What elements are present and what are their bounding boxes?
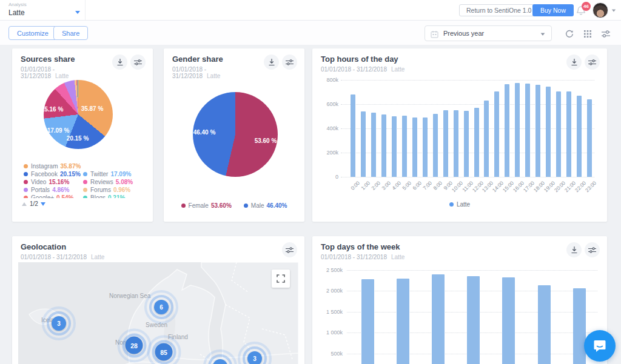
sources-share-card: Sources share 01/01/2018 - 31/12/2018Lat… [12,48,153,222]
calendar-icon [431,30,438,41]
analysis-tag: Latte [91,254,104,260]
legend-dot [244,204,248,208]
bar[interactable] [556,91,561,177]
marker-count: 3 [247,351,262,364]
widget-settings-button[interactable] [282,242,297,257]
buy-now-button[interactable]: Buy Now [532,4,574,16]
bar[interactable] [454,110,458,177]
bar[interactable] [505,84,509,177]
bar[interactable] [546,87,551,177]
chevron-down-icon[interactable] [75,11,80,14]
map-cluster-marker[interactable]: 6 [154,300,169,314]
user-avatar[interactable] [592,2,608,18]
gender-share-card: Gender share 01/01/2018 - 31/12/2018Latt… [164,48,304,222]
share-button[interactable]: Share [53,26,88,40]
legend-item[interactable]: Reviews5.08% [83,179,133,185]
analysis-select[interactable]: Analysis Latte [8,2,76,19]
bar[interactable] [361,111,366,177]
bar[interactable] [515,83,520,177]
legend-item[interactable]: Portals4.86% [24,187,75,193]
bar[interactable] [502,277,515,364]
legend-item[interactable]: Facebook20.15% [24,171,75,177]
bar[interactable] [573,288,586,364]
legend-item[interactable]: Blogs0.21% [83,194,125,198]
header-divider [85,0,86,20]
bar[interactable] [397,279,409,364]
download-button[interactable] [112,55,127,70]
analysis-tag: Latte [55,73,69,79]
legend-item[interactable]: Google+0.54% [24,194,75,198]
bar[interactable] [443,110,448,177]
grid-view-icon[interactable] [583,29,592,39]
top-days-card: Top days of the week 01/01/2018 - 31/12/… [312,236,607,364]
bar[interactable] [464,111,469,177]
x-axis-label: 3:00 [380,180,392,191]
bar[interactable] [474,108,479,177]
card-header: Gender share 01/01/2018 - 31/12/2018Latt… [172,55,256,79]
map-fullscreen-button[interactable] [272,270,290,288]
bar[interactable] [566,91,571,177]
legend-label: Forums [90,187,111,193]
legend-item[interactable]: Female53.60% [181,202,232,209]
x-axis-label: 21:00 [563,180,577,193]
chevron-down-icon [541,33,545,35]
legend-label: Facebook [31,171,58,177]
bar[interactable] [351,94,355,177]
legend-item[interactable]: Video15.16% [24,179,75,185]
bar[interactable] [577,96,582,177]
widget-settings-button[interactable] [130,55,146,70]
chat-widget-button[interactable] [584,330,616,362]
bar[interactable] [538,285,551,364]
bar[interactable] [467,276,480,364]
geolocation-map[interactable]: Norwegian SeaIcelandSwedenNorwayFinland … [18,262,298,364]
legend-value: 17.09% [110,171,131,177]
legend-dot [83,196,87,198]
bar[interactable] [587,99,592,177]
notification-count-badge: 46 [582,2,591,11]
bar[interactable] [432,274,445,364]
return-to-sentione-button[interactable]: Return to SentiOne 1.0 [459,4,539,16]
bar[interactable] [402,116,407,177]
map-cluster-marker[interactable]: 28 [126,337,143,354]
y-axis-tick: 200k [312,150,338,156]
map-cluster-marker[interactable] [213,359,227,364]
settings-sliders-icon[interactable] [601,29,611,39]
pie-slice-label: 17.09 % [47,127,70,134]
bar[interactable] [433,114,438,177]
date-range: 01/01/2018 - 31/12/2018 [21,254,87,260]
legend-value: 35.87% [60,163,81,170]
user-menu-chevron-icon[interactable] [612,10,616,12]
map-cluster-marker[interactable]: 85 [155,343,173,361]
bar[interactable] [381,114,386,177]
legend-label: Male [251,202,264,209]
legend-item[interactable]: Twitter17.09% [83,171,131,177]
bar[interactable] [535,85,540,177]
download-button[interactable] [264,55,279,70]
legend-item[interactable]: Male46.40% [244,202,287,209]
pie-slice-label: 15.16 % [41,106,64,113]
bar[interactable] [412,117,417,177]
legend-page-down-icon[interactable] [41,202,45,206]
legend-value: 0.54% [56,194,73,198]
bar[interactable] [392,116,397,177]
bar[interactable] [371,113,376,177]
legend-label: Video [31,179,46,185]
period-selector[interactable]: Previous year [425,25,552,41]
legend-page-up-icon[interactable] [22,202,27,206]
widget-settings-button[interactable] [282,55,297,70]
bar[interactable] [361,279,374,364]
bar[interactable] [525,84,530,177]
card-subtitle: 01/01/2018 - 31/12/2018Latte [21,254,256,260]
x-axis-label: 22:00 [574,180,587,193]
customize-button[interactable]: Customize [8,26,57,40]
legend-row: Video15.16%Reviews5.08% [21,178,146,186]
map-cluster-marker[interactable]: 3 [247,351,262,364]
map-cluster-marker[interactable]: 3 [52,316,66,331]
bar[interactable] [484,101,489,177]
legend-item[interactable]: Forums0.96% [83,187,130,193]
bar[interactable] [494,91,499,177]
legend-label: Female [189,202,209,209]
bar[interactable] [423,117,428,177]
refresh-icon[interactable] [565,29,574,39]
legend-item[interactable]: Instagram35.87% [24,163,75,170]
